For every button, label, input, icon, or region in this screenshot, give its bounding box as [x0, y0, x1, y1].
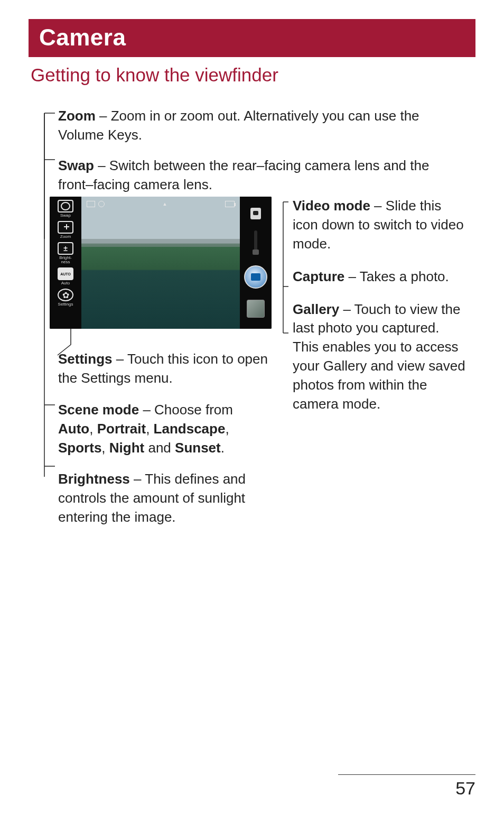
capture-callout-label: Capture — [293, 269, 344, 284]
swap-camera-button[interactable]: Swap — [56, 200, 75, 218]
brightness-callout-label: Brightness — [58, 471, 130, 487]
brightness-button[interactable]: Bright- ness — [56, 242, 75, 264]
swap-label: Swap — [58, 158, 94, 173]
status-resolution-icon — [87, 201, 95, 207]
gallery-callout-label: Gallery — [293, 301, 339, 317]
capture-callout-text: Takes a photo. — [360, 269, 449, 284]
status-left-group — [87, 201, 105, 207]
gallery-callout-text: Touch to view the last photo you capture… — [293, 301, 465, 412]
settings-callout-label: Settings — [58, 351, 113, 367]
left-callouts: Settings – Touch this icon to open the S… — [58, 350, 269, 540]
brightness-callout: Brightness – This defines and controls t… — [58, 470, 269, 527]
viewfinder-frame: ▲ Swap Zoom Bright- ness Auto Settings — [50, 197, 272, 329]
top-callouts: Zoom – Zoom in or zoom out. Alternativel… — [58, 107, 444, 195]
swap-camera-label: Swap — [60, 214, 71, 218]
status-gps-icon: ▲ — [163, 201, 167, 207]
scene-mode-label: Auto — [61, 281, 70, 285]
status-flash-icon — [98, 201, 105, 207]
swap-camera-icon — [58, 200, 73, 212]
gear-icon — [58, 289, 73, 301]
settings-label: Settings — [58, 302, 73, 307]
zoom-label: Zoom — [58, 108, 96, 124]
brightness-label: Bright- ness — [56, 256, 75, 264]
zoom-callout: Zoom – Zoom in or zoom out. Alternativel… — [58, 107, 444, 145]
page-number: 57 — [338, 778, 475, 799]
mode-slider-icon[interactable] — [254, 230, 257, 254]
capture-button[interactable] — [244, 265, 267, 289]
viewfinder-screenshot: ▲ Swap Zoom Bright- ness Auto Settings — [50, 197, 272, 329]
viewfinder-preview-image — [81, 197, 240, 329]
scene-auto-icon — [58, 267, 73, 280]
video-mode-toggle[interactable] — [250, 208, 261, 219]
viewfinder-right-toolbar — [240, 197, 272, 329]
gallery-thumbnail-button[interactable] — [247, 300, 265, 318]
brightness-icon — [58, 242, 73, 255]
section-subtitle: Getting to know the viewfinder — [31, 64, 475, 86]
scene-mode-callout: Scene mode – Choose from Auto, Portrait,… — [58, 401, 269, 458]
settings-button[interactable]: Settings — [56, 289, 75, 307]
video-mode-callout: Video mode – Slide this icon down to swi… — [293, 197, 467, 254]
page-number-rule — [338, 774, 475, 775]
swap-text: Switch between the rear–facing camera le… — [58, 158, 429, 192]
gallery-callout: Gallery – Touch to view the last photo y… — [293, 300, 467, 414]
video-mode-callout-label: Video mode — [293, 198, 370, 214]
chapter-title: Camera — [39, 24, 465, 51]
zoom-icon — [58, 221, 73, 234]
chapter-title-bar: Camera — [29, 19, 475, 57]
page-number-area: 57 — [338, 774, 475, 799]
capture-callout: Capture – Takes a photo. — [293, 267, 467, 286]
viewfinder-left-toolbar: Swap Zoom Bright- ness Auto Settings — [50, 197, 81, 329]
right-callouts: Video mode – Slide this icon down to swi… — [293, 197, 467, 428]
status-battery-icon — [225, 201, 235, 207]
zoom-label: Zoom — [60, 235, 71, 239]
viewfinder-status-bar: ▲ — [87, 200, 235, 208]
manual-page: Camera Getting to know the viewfinder Zo… — [0, 0, 504, 823]
swap-callout: Swap – Switch between the rear–facing ca… — [58, 156, 444, 195]
scene-mode-callout-label: Scene mode — [58, 402, 139, 418]
zoom-text: Zoom in or zoom out. Alternatively you c… — [58, 108, 419, 143]
zoom-button[interactable]: Zoom — [56, 221, 75, 239]
settings-callout: Settings – Touch this icon to open the S… — [58, 350, 269, 388]
scene-mode-button[interactable]: Auto — [56, 267, 75, 285]
